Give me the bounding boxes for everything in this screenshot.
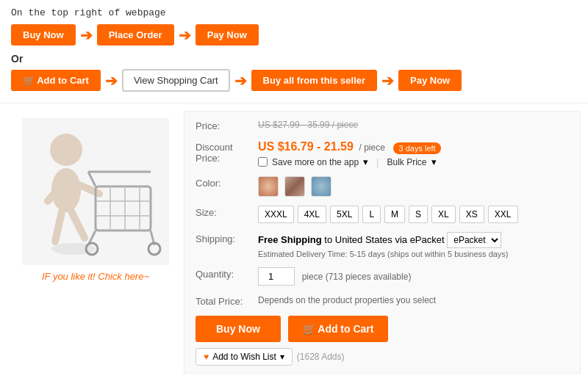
size-btn-xl[interactable]: XL	[431, 206, 456, 223]
pay-now-button-2[interactable]: Pay Now	[398, 70, 462, 91]
color-swatch-3[interactable]	[311, 176, 331, 197]
product-image	[22, 118, 169, 265]
quantity-row: Quantity: piece (713 pieces available)	[196, 267, 569, 286]
add-to-cart-button-top[interactable]: 🛒 Add to Cart	[11, 70, 101, 91]
size-btn-5xl[interactable]: 5XL	[330, 206, 359, 223]
arrow-2: ➔	[179, 26, 191, 44]
shipping-label: Shipping:	[196, 232, 258, 244]
flow-row-2: 🛒 Add to Cart ➔ View Shopping Cart ➔ Buy…	[11, 69, 577, 92]
wish-list-label: Add to Wish List	[212, 352, 276, 362]
wish-list-button[interactable]: ♥ Add to Wish List ▾	[196, 348, 293, 366]
bulk-price-link[interactable]: Bulk Price	[387, 157, 426, 167]
save-app-checkbox[interactable]	[258, 157, 268, 167]
color-swatches	[258, 176, 569, 197]
price-label: Price:	[196, 119, 258, 131]
size-btn-4xl[interactable]: 4XL	[298, 206, 326, 223]
if-you-like-text: IF you like it! Chick here~	[42, 271, 149, 282]
size-btn-m[interactable]: M	[384, 206, 405, 223]
product-details: Price: US $27.99 - 35.99 / piece Discoun…	[184, 111, 581, 374]
quantity-info: piece (713 pieces available)	[302, 272, 412, 282]
arrow-1: ➔	[80, 26, 93, 44]
discount-price: US $16.79 - 21.59	[258, 140, 354, 153]
size-btn-s[interactable]: S	[409, 206, 428, 223]
shipping-select[interactable]: ePacket	[447, 232, 501, 248]
arrow-3: ➔	[105, 72, 118, 90]
svg-line-5	[70, 208, 85, 238]
price-unit: / piece	[359, 142, 385, 153]
shipping-detail: Estimated Delivery Time: 5-15 days (ship…	[258, 250, 569, 258]
save-more-row: Save more on the app ▾ | Bulk Price ▾	[258, 156, 569, 167]
wish-dropdown-icon: ▾	[280, 352, 284, 362]
bulk-dropdown-icon[interactable]: ▾	[431, 156, 437, 167]
size-row: Size: XXXL4XL5XLLMSXLXSXXL	[196, 206, 569, 223]
place-order-button[interactable]: Place Order	[97, 24, 174, 46]
color-swatch-2[interactable]	[284, 176, 305, 197]
product-illustration	[26, 120, 165, 264]
size-btn-xxxl[interactable]: XXXL	[258, 206, 294, 223]
cart-icon-top: 🛒	[23, 75, 35, 86]
size-label: Size:	[196, 206, 258, 218]
action-buttons: Buy Now 🛒 Add to Cart	[196, 316, 569, 342]
days-left-badge: 3 days left	[393, 142, 440, 154]
total-price-value: Depends on the product properties you se…	[258, 295, 436, 305]
quantity-label: Quantity:	[196, 267, 258, 280]
svg-rect-7	[96, 186, 151, 231]
arrow-5: ➔	[381, 72, 394, 90]
instruction-text: On the top right of webpage	[11, 7, 577, 18]
flow-row-1: Buy Now ➔ Place Order ➔ Pay Now	[11, 24, 577, 46]
wish-count: (1628 Adds)	[297, 352, 345, 362]
color-row: Color:	[196, 176, 569, 197]
free-shipping-text: Free Shipping	[258, 234, 322, 245]
svg-line-13	[88, 172, 96, 186]
heart-icon: ♥	[204, 352, 209, 362]
add-to-cart-button-main[interactable]: 🛒 Add to Cart	[288, 316, 389, 342]
size-btn-l[interactable]: L	[362, 206, 381, 223]
discount-label: Discount Price:	[196, 140, 258, 164]
total-label: Total Price:	[196, 294, 258, 307]
wish-list-row: ♥ Add to Wish List ▾ (1628 Adds)	[196, 348, 569, 366]
product-image-area: IF you like it! Chick here~	[7, 111, 184, 374]
cart-icon-main: 🛒	[303, 323, 315, 335]
save-dropdown-icon[interactable]: ▾	[363, 156, 368, 167]
buy-now-button-main[interactable]: Buy Now	[196, 316, 281, 342]
quantity-input[interactable]	[258, 267, 295, 286]
total-price-row: Total Price: Depends on the product prop…	[196, 294, 569, 307]
buy-now-button-1[interactable]: Buy Now	[11, 24, 76, 46]
shipping-row: Shipping: Free Shipping to United States…	[196, 232, 569, 258]
save-app-label: Save more on the app	[272, 157, 359, 167]
buy-from-seller-button[interactable]: Buy all from this seller	[251, 70, 377, 91]
size-btn-xxl[interactable]: XXL	[488, 206, 518, 223]
shipping-to-text: to United States via ePacket	[324, 234, 444, 245]
pay-now-button-1[interactable]: Pay Now	[196, 24, 259, 46]
color-swatch-1[interactable]	[258, 176, 279, 197]
svg-point-0	[50, 134, 82, 166]
view-shopping-cart-button[interactable]: View Shopping Cart	[122, 69, 230, 92]
main-content: IF you like it! Chick here~ Price: US $2…	[0, 103, 588, 381]
size-btn-xs[interactable]: XS	[459, 206, 484, 223]
svg-line-4	[55, 208, 62, 242]
discount-price-row: Discount Price: US $16.79 - 21.59 / piec…	[196, 140, 569, 167]
size-buttons: XXXL4XL5XLLMSXLXSXXL	[258, 206, 569, 223]
original-price: US $27.99 - 35.99 / piece	[258, 120, 358, 130]
price-row: Price: US $27.99 - 35.99 / piece	[196, 119, 569, 131]
or-text: Or	[11, 53, 577, 65]
arrow-4: ➔	[234, 72, 247, 90]
color-label: Color:	[196, 176, 258, 189]
